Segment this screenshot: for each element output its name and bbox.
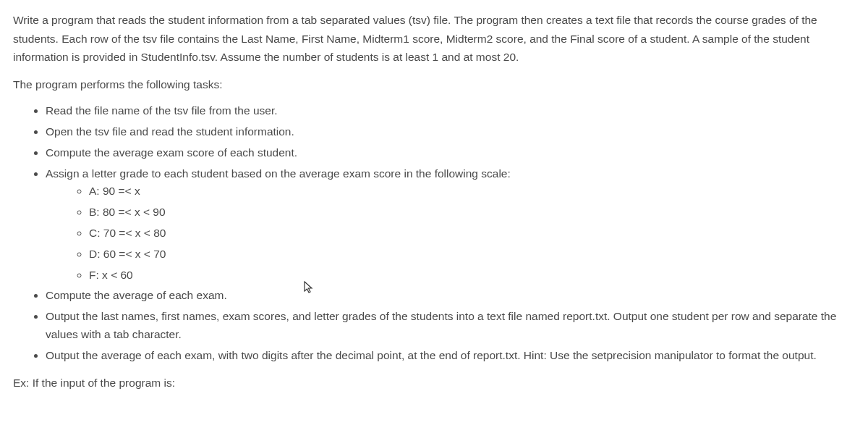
task-item-text: Assign a letter grade to each student ba… — [46, 167, 511, 180]
example-heading: Ex: If the input of the program is: — [13, 374, 855, 392]
task-item: Open the tsv file and read the student i… — [46, 123, 855, 141]
grade-scale-item: C: 70 =< x < 80 — [89, 224, 855, 243]
task-item: Output the last names, first names, exam… — [46, 308, 855, 344]
intro-paragraph: Write a program that reads the student i… — [13, 11, 855, 67]
task-item: Compute the average exam score of each s… — [46, 144, 855, 162]
grade-scale-item: F: x < 60 — [89, 266, 855, 285]
task-item: Assign a letter grade to each student ba… — [46, 165, 855, 285]
grade-scale-list: A: 90 =< x B: 80 =< x < 90 C: 70 =< x < … — [89, 182, 855, 284]
tasks-list: Read the file name of the tsv file from … — [46, 102, 855, 364]
tasks-heading: The program performs the following tasks… — [13, 75, 855, 94]
task-item: Compute the average of each exam. — [46, 287, 855, 305]
grade-scale-item: B: 80 =< x < 90 — [89, 203, 855, 222]
grade-scale-item: D: 60 =< x < 70 — [89, 245, 855, 264]
task-item: Read the file name of the tsv file from … — [46, 102, 855, 120]
task-item: Output the average of each exam, with tw… — [46, 347, 855, 365]
grade-scale-item: A: 90 =< x — [89, 182, 855, 201]
